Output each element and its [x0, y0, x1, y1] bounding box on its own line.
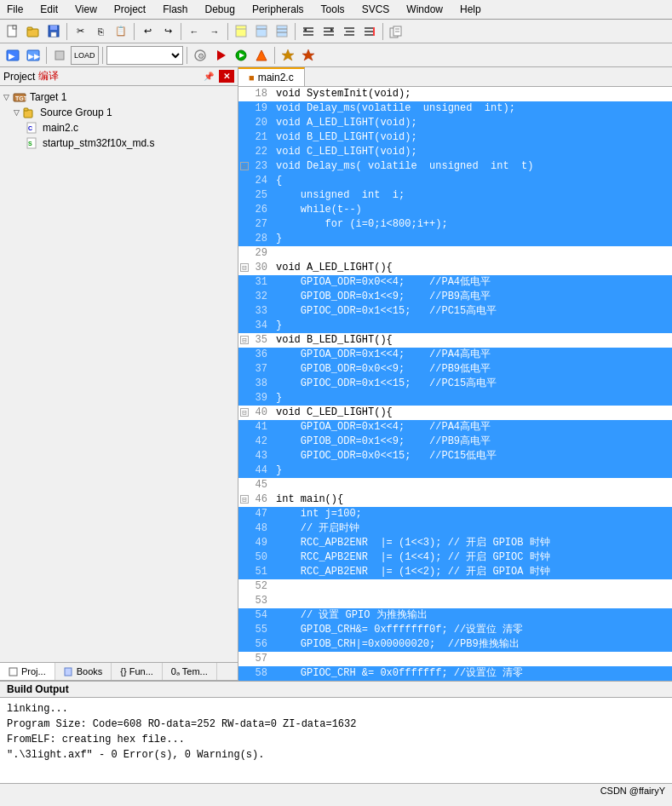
cut-button[interactable]: ✂	[71, 22, 89, 41]
code-line-21: 21void B_LED_LIGHT(void);	[238, 130, 672, 145]
tree-label-startup: startup_stm32f10x_md.s	[43, 137, 154, 149]
code-text-35[interactable]: void B_LED_LIGHT(){	[273, 333, 672, 348]
editor-area: ■ main2.c 18void SystemInit(void);19void…	[238, 67, 672, 681]
tab-books[interactable]: Books	[55, 663, 112, 680]
code-text-46[interactable]: int main(){	[273, 492, 672, 507]
menu-svcs[interactable]: SVCS	[359, 2, 393, 17]
toolbar-1: ✂ ⎘ 📋 ↩ ↪ ← →	[0, 20, 672, 43]
code-text-37[interactable]: GPIOB_ODR=0x0<<9; //PB9低电平	[273, 362, 672, 377]
save-button[interactable]	[44, 22, 63, 41]
menu-project[interactable]: Project	[111, 2, 149, 17]
load-button[interactable]: LOAD	[71, 46, 99, 65]
code-text-55[interactable]: GPIOB_CRH&= 0xfffffff0f; //设置位 清零	[273, 623, 672, 637]
paste-button[interactable]: 📋	[112, 22, 130, 41]
fold-marker-40[interactable]: ⊟	[238, 406, 250, 420]
code-area[interactable]: 18void SystemInit(void);19void Delay_ms(…	[238, 87, 672, 681]
code-text-44[interactable]: }	[273, 463, 672, 478]
code-text-40[interactable]: void C_LED_LIGHT(){	[273, 406, 672, 420]
debug-button[interactable]	[211, 46, 230, 65]
menu-edit[interactable]: Edit	[37, 2, 61, 17]
code-text-20[interactable]: void A_LED_LIGHT(void);	[273, 116, 672, 130]
copy-button[interactable]: ⎘	[91, 22, 110, 41]
code-text-19[interactable]: void Delay_ms(volatile unsigned int);	[273, 101, 672, 116]
code-text-33[interactable]: GPIOC_ODR=0x1<<15; //PC15高电平	[273, 304, 672, 319]
redo-button[interactable]: ↪	[158, 22, 177, 41]
undo-button[interactable]: ↩	[138, 22, 157, 41]
code-text-27[interactable]: for (i=0;i<800;i++);	[273, 217, 672, 232]
run-button[interactable]	[232, 46, 250, 65]
code-text-30[interactable]: void A_LED_LIGHT(){	[273, 261, 672, 275]
code-text-49[interactable]: RCC_APB2ENR |= (1<<3); // 开启 GPIOB 时钟	[273, 536, 672, 550]
menu-debug[interactable]: Debug	[202, 2, 238, 17]
menu-file[interactable]: File	[3, 2, 26, 17]
code-text-23[interactable]: void Delay_ms( volatile unsigned int t)	[273, 159, 672, 174]
code-text-48[interactable]: // 开启时钟	[273, 521, 672, 536]
magic1-button[interactable]	[279, 46, 297, 65]
open-file-button[interactable]	[24, 22, 43, 41]
fold-marker-30[interactable]: ⊟	[238, 261, 250, 275]
format2-button[interactable]	[360, 22, 379, 41]
code-text-31[interactable]: GPIOA_ODR=0x0<<4; //PA4低电平	[273, 275, 672, 290]
code-text-21[interactable]: void B_LED_LIGHT(void);	[273, 130, 672, 145]
indent-right-button[interactable]	[319, 22, 338, 41]
open-files-button[interactable]	[387, 22, 405, 41]
tab-templates[interactable]: 0ₐ Tem...	[163, 663, 217, 680]
code-text-38[interactable]: GPIOC_ODR=0x1<<15; //PC15高电平	[273, 377, 672, 391]
panel-close-button[interactable]: ✕	[219, 70, 234, 83]
bookmark2-button[interactable]	[252, 22, 271, 41]
code-text-32[interactable]: GPIOB_ODR=0x1<<9; //PB9高电平	[273, 290, 672, 304]
new-file-button[interactable]	[3, 22, 22, 41]
fold-marker-23[interactable]: ⊟	[238, 159, 250, 174]
menu-flash[interactable]: Flash	[159, 2, 191, 17]
code-text-50[interactable]: RCC_APB2ENR |= (1<<4); // 开启 GPIOC 时钟	[273, 550, 672, 565]
svg-marker-45	[282, 49, 294, 60]
code-text-41[interactable]: GPIOA_ODR=0x1<<4; //PA4高电平	[273, 420, 672, 435]
fold-marker-35[interactable]: ⊟	[238, 333, 250, 348]
fold-marker-46[interactable]: ⊟	[238, 492, 250, 507]
indent-left-button[interactable]	[299, 22, 318, 41]
menu-view[interactable]: View	[72, 2, 101, 17]
forward-button[interactable]: →	[205, 22, 224, 41]
panel-pin-button[interactable]: 📌	[200, 70, 217, 83]
tree-item-target[interactable]: ▽ TGT Target 1	[0, 89, 238, 105]
code-text-34[interactable]: }	[273, 319, 672, 333]
code-text-18[interactable]: void SystemInit(void);	[273, 87, 672, 101]
tree-item-main2c[interactable]: C main2.c	[0, 120, 238, 135]
stop-button[interactable]	[50, 46, 69, 65]
bookmark3-button[interactable]	[273, 22, 291, 41]
back-button[interactable]: ←	[185, 22, 204, 41]
code-text-25[interactable]: unsigned int i;	[273, 188, 672, 203]
tree-item-source-group[interactable]: ▽ Source Group 1	[0, 105, 238, 120]
target-select[interactable]: Target 1	[106, 46, 183, 65]
tab-project[interactable]: Proj...	[0, 663, 55, 680]
panel-controls: 📌 ✕	[200, 70, 234, 83]
tab-functions[interactable]: {} Fun...	[112, 663, 163, 680]
code-text-36[interactable]: GPIOA_ODR=0x1<<4; //PA4高电平	[273, 348, 672, 362]
magic2-button[interactable]	[299, 46, 318, 65]
menu-window[interactable]: Window	[403, 2, 446, 17]
code-text-42[interactable]: GPIOB_ODR=0x1<<9; //PB9高电平	[273, 435, 672, 449]
code-text-22[interactable]: void C_LED_LIGHT(void);	[273, 145, 672, 159]
code-text-51[interactable]: RCC_APB2ENR |= (1<<2); // 开启 GPIOA 时钟	[273, 565, 672, 579]
build-all-button[interactable]: ▶	[3, 46, 22, 65]
code-text-54[interactable]: // 设置 GPIO 为推挽输出	[273, 608, 672, 623]
code-text-28[interactable]: }	[273, 232, 672, 246]
code-text-58[interactable]: GPIOC_CRH &= 0x0fffffff; //设置位 清零	[273, 666, 672, 681]
code-text-26[interactable]: while(t--)	[273, 203, 672, 217]
bookmark1-button[interactable]	[232, 22, 250, 41]
code-text-39[interactable]: }	[273, 391, 672, 406]
code-text-24[interactable]: {	[273, 174, 672, 188]
menu-peripherals[interactable]: Peripherals	[249, 2, 307, 17]
format-button[interactable]	[340, 22, 359, 41]
code-text-47[interactable]: int j=100;	[273, 507, 672, 521]
stop-debug-button[interactable]	[252, 46, 271, 65]
code-text-43[interactable]: GPIOC_ODR=0x0<<15; //PC15低电平	[273, 449, 672, 463]
menu-tools[interactable]: Tools	[318, 2, 348, 17]
line-number-30: 30	[250, 261, 273, 275]
editor-tab-main2c[interactable]: ■ main2.c	[238, 67, 305, 86]
menu-help[interactable]: Help	[457, 2, 485, 17]
rebuild-button[interactable]: ▶▶	[24, 46, 43, 65]
target-options-button[interactable]: ⚙	[191, 46, 210, 65]
code-text-56[interactable]: GPIOB_CRH|=0x00000020; //PB9推挽输出	[273, 637, 672, 652]
tree-item-startup[interactable]: S startup_stm32f10x_md.s	[0, 135, 238, 151]
